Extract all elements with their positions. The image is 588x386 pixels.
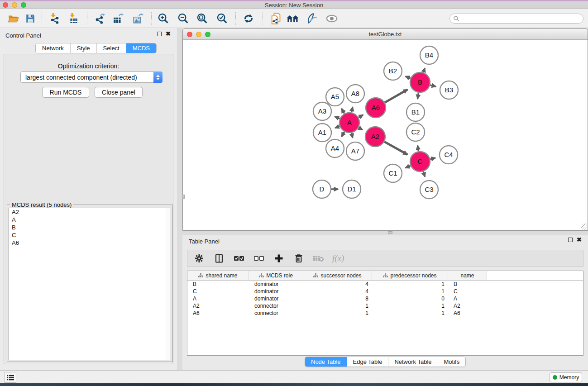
splitter-handle[interactable] [388, 231, 392, 234]
add-column-icon[interactable] [272, 252, 285, 265]
select-all-icon[interactable] [233, 252, 245, 265]
run-mcds-button[interactable]: Run MCDS [42, 87, 89, 98]
graph-edge-B-B3[interactable] [430, 85, 436, 86]
table-cell[interactable]: connector [249, 310, 303, 317]
frame-close-icon[interactable] [187, 32, 192, 37]
float-panel-icon[interactable] [568, 238, 573, 242]
list-item[interactable]: B [9, 224, 171, 231]
table-row[interactable]: Bdominator41B [187, 281, 583, 288]
close-window-icon[interactable] [3, 2, 8, 8]
import-network-button[interactable] [47, 12, 62, 25]
graph-edge-A-A2[interactable] [359, 128, 363, 130]
tab-edge-table[interactable]: Edge Table [347, 357, 389, 367]
unselect-all-icon[interactable] [253, 252, 265, 265]
delete-column-icon[interactable] [292, 252, 305, 265]
import-table-button[interactable] [66, 12, 81, 25]
graph-edge-C-C4[interactable] [430, 158, 435, 159]
splitter-handle[interactable] [182, 195, 185, 199]
table-cell[interactable]: dominator [249, 288, 303, 295]
network-graph[interactable]: AA1A2A3A4A5A6A7A8BB1B2B3B4CC1C2C3C4DD1 [183, 40, 588, 230]
close-panel-button[interactable]: Close panel [95, 87, 143, 98]
table-cell[interactable]: 1 [372, 302, 448, 310]
export-table-button[interactable] [110, 12, 126, 25]
refresh-button[interactable] [241, 12, 256, 25]
graph-edge-A-A1[interactable] [335, 126, 339, 128]
table-cell[interactable]: C [187, 288, 249, 295]
minimize-window-icon[interactable] [12, 2, 17, 8]
column-header-name[interactable]: name [448, 271, 487, 280]
list-item[interactable]: C [9, 231, 171, 239]
graph-edge-B-B1[interactable] [417, 93, 418, 99]
hide-annotations-button[interactable] [304, 12, 320, 25]
gear-icon[interactable] [193, 252, 206, 265]
table-cell[interactable]: dominator [249, 281, 303, 288]
table-cell[interactable]: A6 [448, 310, 487, 317]
table-row[interactable]: A6connector11A6 [187, 310, 583, 317]
save-session-button[interactable] [23, 12, 38, 25]
frame-zoom-icon[interactable] [205, 32, 210, 37]
table-cell[interactable]: 1 [303, 310, 372, 317]
column-header-successor-nodes[interactable]: successor nodes [303, 271, 372, 280]
criterion-select[interactable]: largest connected component (directed) [20, 71, 163, 83]
node-table[interactable]: shared nameMCDS rolesuccessor nodesprede… [187, 271, 583, 356]
table-row[interactable]: A2connector11A2 [187, 302, 583, 310]
list-item[interactable]: A2 [9, 208, 171, 216]
tab-node-table[interactable]: Node Table [305, 357, 347, 367]
graph-edge-A-A7[interactable] [352, 133, 353, 138]
graph-edge-C-C1[interactable] [406, 166, 411, 168]
close-panel-icon[interactable]: ✖ [577, 238, 582, 242]
float-panel-icon[interactable] [157, 32, 162, 36]
table-cell[interactable]: C [448, 288, 487, 295]
resize-grip-icon[interactable] [581, 224, 587, 230]
table-cell[interactable]: A [448, 295, 487, 302]
graph-edge-B-B4[interactable] [423, 68, 425, 72]
tab-mcds[interactable]: MCDS [126, 43, 156, 53]
graph-edge-A-A6[interactable] [359, 115, 363, 118]
export-image-button[interactable] [130, 12, 146, 25]
column-header-MCDS-role[interactable]: MCDS role [249, 271, 303, 280]
graph-edge-A-A8[interactable] [352, 107, 353, 112]
close-panel-icon[interactable]: ✖ [166, 32, 171, 36]
tab-network[interactable]: Network [36, 43, 71, 53]
column-header-predecessor-nodes[interactable]: predecessor nodes [372, 271, 448, 280]
table-cell[interactable]: dominator [249, 295, 303, 302]
table-cell[interactable]: 4 [303, 281, 372, 288]
zoom-fit-button[interactable] [195, 12, 210, 25]
table-cell[interactable]: B [448, 281, 487, 288]
table-cell[interactable]: connector [249, 302, 303, 310]
graph-edge-C-C2[interactable] [418, 146, 419, 152]
list-item[interactable]: A6 [9, 239, 171, 247]
list-scrollbar[interactable] [166, 208, 171, 360]
table-cell[interactable]: 8 [303, 295, 372, 302]
open-file-button[interactable] [5, 12, 21, 25]
table-row[interactable]: Adominator80A [187, 295, 583, 302]
table-cell[interactable]: 1 [303, 302, 372, 310]
zoom-in-button[interactable] [156, 12, 171, 25]
zoom-selected-button[interactable] [215, 12, 230, 25]
table-cell[interactable]: A2 [448, 302, 487, 310]
frame-minimize-icon[interactable] [196, 32, 201, 37]
houses-button[interactable] [285, 12, 301, 25]
network-window-titlebar[interactable]: testGlobe.txt [183, 29, 588, 40]
table-cell[interactable]: A6 [187, 310, 249, 317]
new-network-from-selection-button[interactable] [268, 12, 283, 25]
show-details-eye-button[interactable] [324, 12, 339, 25]
list-item[interactable]: A [9, 216, 171, 224]
graph-edge-A-A3[interactable] [335, 117, 340, 119]
zoom-out-button[interactable] [176, 12, 191, 25]
table-row[interactable]: Cdominator41C [187, 288, 583, 295]
tab-motifs[interactable]: Motifs [438, 357, 466, 367]
table-cell[interactable]: A [187, 295, 249, 302]
table-cell[interactable]: B [187, 281, 249, 288]
table-cell[interactable]: A2 [187, 302, 249, 310]
tab-select[interactable]: Select [97, 43, 126, 53]
table-cell[interactable]: 1 [372, 288, 448, 295]
column-header-shared-name[interactable]: shared name [187, 271, 249, 280]
table-cell[interactable]: 4 [303, 288, 372, 295]
export-network-button[interactable] [92, 12, 108, 25]
search-input[interactable] [449, 14, 583, 24]
column-panel-icon[interactable] [213, 252, 225, 265]
tab-style[interactable]: Style [71, 43, 97, 53]
graph-edge-A6-B[interactable] [385, 90, 407, 103]
graph-edge-A-A5[interactable] [342, 109, 344, 114]
